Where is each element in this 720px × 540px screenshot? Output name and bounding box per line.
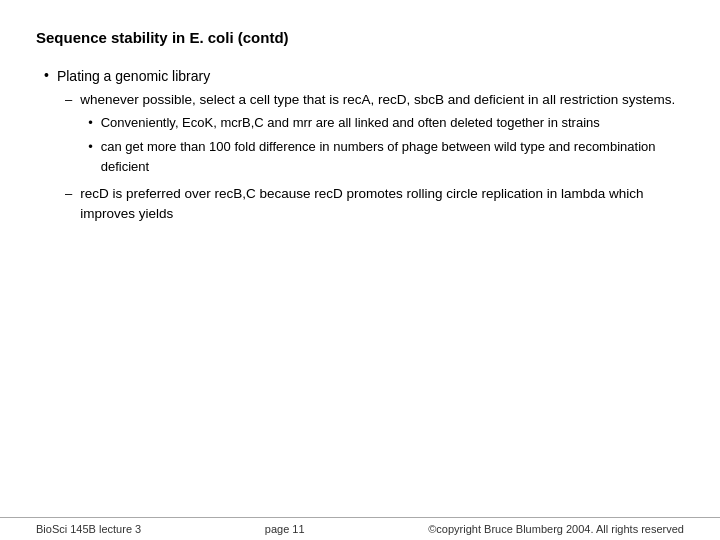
bullet-dot-icon-l3: • xyxy=(88,114,93,133)
bullet-dot-icon-l3-2: • xyxy=(88,138,93,157)
list-item: • Plating a genomic library – whenever p… xyxy=(44,66,684,228)
sub-list: – whenever possible, select a cell type … xyxy=(65,90,684,224)
footer-center: page 11 xyxy=(265,523,305,535)
list-item: – recD is preferred over recB,C because … xyxy=(65,184,684,223)
list-item: – whenever possible, select a cell type … xyxy=(65,90,684,180)
bullet-l2-text-2: recD is preferred over recB,C because re… xyxy=(80,184,684,223)
slide-container: Sequence stability in E. coli (contd) • … xyxy=(0,0,720,540)
bullet-l3-text-2: can get more than 100 fold difference in… xyxy=(101,137,684,176)
bullet-dot-icon: • xyxy=(44,67,49,83)
bullet-l1-text: Plating a genomic library – whenever pos… xyxy=(57,66,684,228)
bullet-l2-text-1: whenever possible, select a cell type th… xyxy=(80,90,684,180)
footer: BioSci 145B lecture 3 page 11 ©copyright… xyxy=(0,517,720,540)
content-area: • Plating a genomic library – whenever p… xyxy=(36,66,684,228)
dash-icon: – xyxy=(65,91,72,110)
list-item: • Conveniently, EcoK, mcrB,C and mrr are… xyxy=(88,113,684,133)
list-item: • can get more than 100 fold difference … xyxy=(88,137,684,176)
footer-right: ©copyright Bruce Blumberg 2004. All righ… xyxy=(428,523,684,535)
bullet-l3-text-1: Conveniently, EcoK, mcrB,C and mrr are a… xyxy=(101,113,600,133)
sub-sub-list: • Conveniently, EcoK, mcrB,C and mrr are… xyxy=(88,113,684,176)
footer-left: BioSci 145B lecture 3 xyxy=(36,523,141,535)
dash-icon-2: – xyxy=(65,185,72,204)
slide-title: Sequence stability in E. coli (contd) xyxy=(36,28,684,48)
